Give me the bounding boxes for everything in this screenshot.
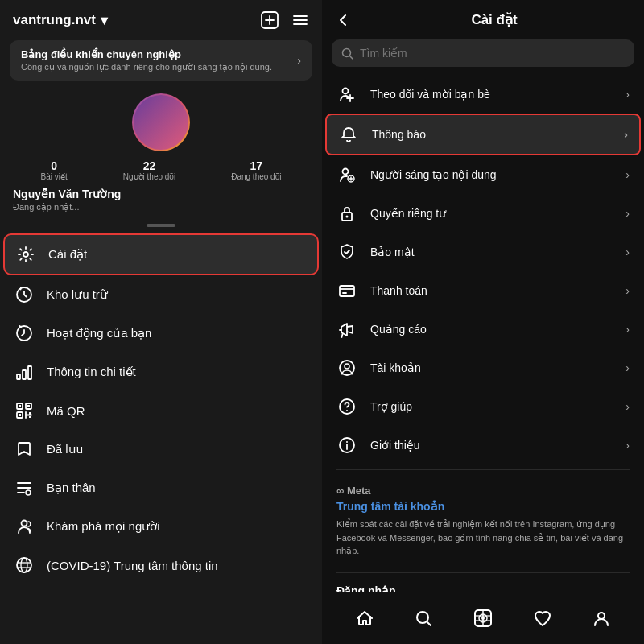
svg-point-26 — [17, 558, 31, 572]
menu-saved-label: Đã lưu — [47, 442, 83, 456]
chevron-down-icon: ▾ — [101, 12, 108, 29]
svg-rect-14 — [19, 405, 21, 407]
menu-icon[interactable] — [291, 11, 309, 29]
security-arrow-icon: › — [625, 246, 630, 258]
svg-point-50 — [346, 441, 348, 443]
username-text: vantrung.nvt — [13, 12, 96, 28]
notification-icon — [338, 126, 359, 143]
menu-item-settings[interactable]: Cài đặt — [3, 233, 319, 275]
menu-item-info[interactable]: Thông tin chi tiết — [3, 353, 319, 391]
meta-description: Kiểm soát các cài đặt về trải nghiệm kết… — [336, 518, 630, 558]
settings-notification-label: Thông báo — [372, 128, 611, 141]
menu-qr-label: Mã QR — [47, 404, 85, 418]
svg-rect-9 — [23, 370, 26, 379]
menu-item-covid[interactable]: (COVID-19) Trung tâm thông tin — [3, 546, 319, 584]
settings-item-creator[interactable]: Người sáng tạo nội dung › — [325, 155, 641, 194]
menu-item-friends[interactable]: Bạn thân — [3, 469, 319, 507]
stat-following: 17 Đang theo dõi — [231, 159, 281, 181]
bottom-nav — [322, 592, 644, 644]
account-icon — [336, 359, 357, 377]
add-icon[interactable] — [261, 11, 279, 29]
nav-heart[interactable] — [526, 602, 559, 634]
svg-line-52 — [427, 622, 431, 626]
right-header: Cài đặt — [322, 0, 644, 36]
menu-activity-label: Hoạt động của bạn — [47, 326, 151, 341]
saved-icon — [14, 440, 34, 458]
about-icon — [336, 436, 357, 454]
settings-item-privacy[interactable]: Quyền riêng tư › — [325, 194, 641, 233]
payment-icon — [336, 282, 357, 299]
menu-item-activity[interactable]: Hoạt động của bạn — [3, 314, 319, 353]
creator-icon — [336, 166, 357, 184]
meta-link[interactable]: Trung tâm tài khoản — [336, 500, 630, 513]
follow-arrow-icon: › — [625, 88, 630, 101]
nav-profile[interactable] — [585, 602, 617, 634]
svg-rect-8 — [17, 374, 20, 379]
settings-follow-label: Theo dõi và mời bạn bè — [370, 88, 613, 101]
settings-item-ads[interactable]: Quảng cáo › — [325, 310, 641, 349]
stats-row: 0 Bài viết 22 Người theo dõi 17 Đang the… — [13, 159, 309, 181]
settings-icon — [16, 246, 35, 263]
svg-point-40 — [346, 216, 349, 218]
svg-point-45 — [345, 364, 349, 369]
login-label[interactable]: Đăng nhập — [336, 584, 630, 592]
settings-item-notification[interactable]: Thông báo › — [325, 114, 641, 155]
menu-item-people[interactable]: Khám phá mọi người — [3, 507, 319, 546]
svg-point-6 — [23, 252, 28, 257]
menu-item-saved[interactable]: Đã lưu — [3, 430, 319, 469]
svg-rect-41 — [340, 286, 354, 296]
left-menu: Cài đặt Kho lưu trữ Hoạt động của bạn — [0, 233, 322, 644]
settings-account-label: Tài khoản — [370, 361, 613, 374]
about-arrow-icon: › — [625, 439, 630, 452]
settings-about-label: Giới thiệu — [370, 439, 613, 452]
stat-posts-label: Bài viết — [41, 172, 68, 181]
nav-search[interactable] — [407, 602, 440, 634]
pro-banner[interactable]: Bảng điều khiển chuyên nghiệp Công cụ và… — [10, 40, 312, 80]
back-button[interactable] — [335, 12, 351, 28]
settings-creator-label: Người sáng tạo nội dung — [370, 168, 613, 181]
svg-point-27 — [21, 558, 27, 572]
svg-rect-15 — [27, 405, 30, 407]
stat-followers: 22 Người theo dõi — [123, 159, 175, 181]
nav-reels[interactable] — [467, 602, 499, 634]
svg-point-32 — [343, 89, 349, 94]
divider-2 — [336, 572, 630, 573]
settings-item-security[interactable]: Bảo mật › — [325, 233, 641, 271]
security-icon — [336, 243, 357, 261]
svg-rect-10 — [28, 366, 31, 379]
nav-home[interactable] — [349, 602, 381, 634]
settings-item-about[interactable]: Giới thiệu › — [325, 426, 641, 464]
notification-arrow-icon: › — [624, 128, 628, 141]
svg-point-59 — [598, 613, 605, 619]
settings-help-label: Trợ giúp — [370, 400, 613, 413]
menu-friends-label: Bạn thân — [47, 481, 96, 495]
settings-item-follow[interactable]: Theo dõi và mời bạn bè › — [325, 75, 641, 114]
search-input[interactable] — [360, 47, 625, 60]
settings-item-account[interactable]: Tài khoản › — [325, 349, 641, 387]
menu-covid-label: (COVID-19) Trung tâm thông tin — [47, 559, 218, 572]
svg-point-25 — [22, 521, 27, 526]
creator-arrow-icon: › — [625, 168, 630, 181]
qr-icon — [14, 402, 34, 419]
svg-point-24 — [26, 490, 31, 495]
settings-item-help[interactable]: Trợ giúp › — [325, 387, 641, 426]
svg-rect-20 — [29, 416, 31, 418]
pro-banner-title: Bảng điều khiển chuyên nghiệp — [21, 48, 272, 60]
meta-logo-text: ∞ Meta — [336, 485, 630, 497]
settings-security-label: Bảo mật — [370, 246, 613, 258]
username-area[interactable]: vantrung.nvt ▾ — [13, 12, 108, 29]
storage-icon — [14, 286, 34, 303]
settings-item-payment[interactable]: Thanh toán › — [325, 271, 641, 310]
follow-icon — [336, 85, 357, 103]
account-arrow-icon: › — [625, 361, 630, 374]
stat-followers-number: 22 — [143, 159, 156, 172]
info-icon — [14, 363, 34, 381]
friends-icon — [14, 479, 34, 497]
search-bar[interactable] — [332, 39, 634, 67]
stat-following-number: 17 — [250, 159, 263, 172]
menu-item-qr[interactable]: Mã QR — [3, 391, 319, 430]
menu-item-storage[interactable]: Kho lưu trữ — [3, 275, 319, 314]
left-panel: vantrung.nvt ▾ Bảng điều khiển — [0, 0, 322, 644]
ads-icon — [336, 320, 357, 338]
divider — [336, 469, 630, 470]
